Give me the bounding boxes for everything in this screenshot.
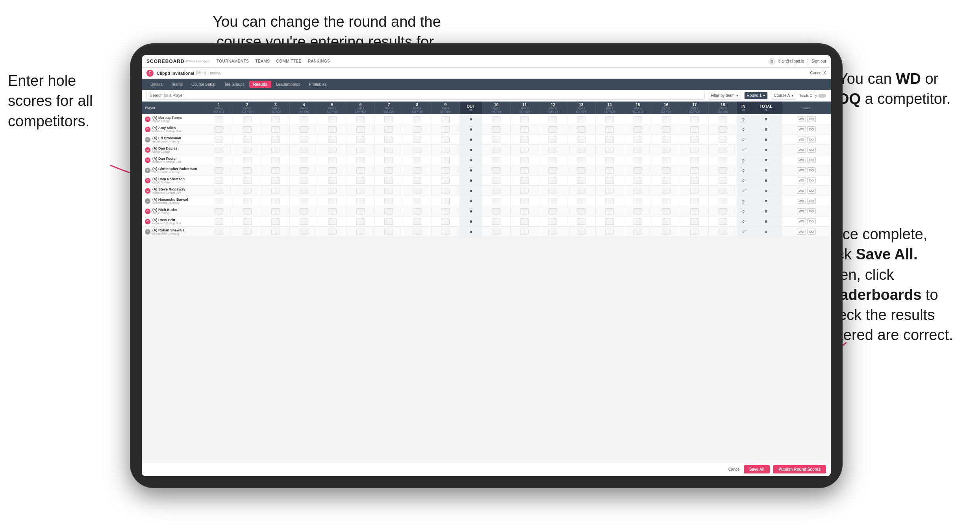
hole-12-score[interactable] (539, 165, 567, 176)
hole-10-score[interactable] (482, 155, 510, 165)
wd-button[interactable]: WD (797, 188, 806, 194)
hole-3-score[interactable] (261, 227, 290, 237)
hole-8-score[interactable] (403, 135, 431, 145)
hole-14-score[interactable] (595, 216, 624, 227)
hole-5-score[interactable] (318, 114, 346, 124)
tab-details[interactable]: Details (146, 81, 167, 88)
hole-6-score[interactable] (346, 135, 375, 145)
dq-button[interactable]: DQ (807, 218, 816, 224)
hole-12-score[interactable] (539, 186, 567, 196)
hole-16-score[interactable] (652, 206, 680, 216)
hole-13-score[interactable] (567, 114, 595, 124)
hole-18-score[interactable] (709, 196, 737, 206)
hole-13-score[interactable] (567, 176, 595, 186)
hole-12-score[interactable] (539, 124, 567, 135)
hole-16-score[interactable] (652, 186, 680, 196)
hole-9-score[interactable] (431, 186, 459, 196)
hole-16-score[interactable] (652, 227, 680, 237)
hole-10-score[interactable] (482, 196, 510, 206)
hole-5-score[interactable] (318, 124, 346, 135)
hole-7-score[interactable] (375, 135, 403, 145)
hole-3-score[interactable] (261, 176, 290, 186)
hole-10-score[interactable] (482, 145, 510, 155)
hole-11-score[interactable] (510, 216, 539, 227)
hole-18-score[interactable] (709, 176, 737, 186)
hole-5-score[interactable] (318, 196, 346, 206)
hole-11-score[interactable] (510, 155, 539, 165)
hole-1-score[interactable] (205, 135, 233, 145)
hole-7-score[interactable] (375, 206, 403, 216)
hole-1-score[interactable] (205, 165, 233, 176)
hole-1-score[interactable] (205, 114, 233, 124)
hole-9-score[interactable] (431, 155, 459, 165)
hole-12-score[interactable] (539, 114, 567, 124)
hole-17-score[interactable] (680, 186, 709, 196)
hole-1-score[interactable] (205, 176, 233, 186)
hole-15-score[interactable] (624, 196, 652, 206)
hole-3-score[interactable] (261, 124, 290, 135)
wd-button[interactable]: WD (797, 208, 806, 214)
hole-1-score[interactable] (205, 206, 233, 216)
hole-14-score[interactable] (595, 135, 624, 145)
filter-team-select[interactable]: Filter by team ▾ (708, 92, 741, 100)
hole-7-score[interactable] (375, 165, 403, 176)
hole-9-score[interactable] (431, 216, 459, 227)
hole-9-score[interactable] (431, 145, 459, 155)
hole-4-score[interactable] (290, 186, 318, 196)
totals-only-toggle[interactable]: Totals Only (799, 94, 826, 98)
tab-teams[interactable]: Teams (167, 81, 187, 88)
hole-15-score[interactable] (624, 155, 652, 165)
hole-18-score[interactable] (709, 114, 737, 124)
tab-printables[interactable]: Printables (305, 81, 330, 88)
hole-14-score[interactable] (595, 145, 624, 155)
hole-14-score[interactable] (595, 196, 624, 206)
hole-9-score[interactable] (431, 176, 459, 186)
wd-button[interactable]: WD (797, 126, 806, 132)
hole-10-score[interactable] (482, 227, 510, 237)
tab-leaderboards[interactable]: Leaderboards (272, 81, 304, 88)
wd-button[interactable]: WD (797, 167, 806, 173)
save-all-button[interactable]: Save All (744, 465, 770, 473)
hole-2-score[interactable] (233, 124, 261, 135)
hole-14-score[interactable] (595, 114, 624, 124)
hole-4-score[interactable] (290, 196, 318, 206)
tab-tee-groups[interactable]: Tee Groups (220, 81, 248, 88)
hole-13-score[interactable] (567, 186, 595, 196)
hole-13-score[interactable] (567, 216, 595, 227)
hole-9-score[interactable] (431, 196, 459, 206)
hole-5-score[interactable] (318, 216, 346, 227)
hole-13-score[interactable] (567, 155, 595, 165)
hole-10-score[interactable] (482, 176, 510, 186)
hole-8-score[interactable] (403, 124, 431, 135)
nav-teams[interactable]: TEAMS (255, 59, 270, 63)
hole-5-score[interactable] (318, 186, 346, 196)
wd-button[interactable]: WD (797, 137, 806, 142)
hole-5-score[interactable] (318, 227, 346, 237)
hole-1-score[interactable] (205, 145, 233, 155)
wd-button[interactable]: WD (797, 229, 806, 235)
hole-3-score[interactable] (261, 135, 290, 145)
hole-14-score[interactable] (595, 124, 624, 135)
hole-13-score[interactable] (567, 196, 595, 206)
hole-4-score[interactable] (290, 145, 318, 155)
hole-18-score[interactable] (709, 155, 737, 165)
hole-14-score[interactable] (595, 176, 624, 186)
hole-16-score[interactable] (652, 216, 680, 227)
nav-committee[interactable]: COMMITTEE (276, 59, 302, 63)
hole-8-score[interactable] (403, 216, 431, 227)
hole-1-score[interactable] (205, 155, 233, 165)
hole-2-score[interactable] (233, 206, 261, 216)
hole-13-score[interactable] (567, 124, 595, 135)
hole-15-score[interactable] (624, 176, 652, 186)
hole-15-score[interactable] (624, 165, 652, 176)
hole-7-score[interactable] (375, 114, 403, 124)
wd-button[interactable]: WD (797, 178, 806, 183)
tab-results[interactable]: Results (249, 81, 271, 88)
hole-13-score[interactable] (567, 206, 595, 216)
nav-rankings[interactable]: RANKINGS (308, 59, 330, 63)
hole-16-score[interactable] (652, 165, 680, 176)
dq-button[interactable]: DQ (807, 157, 816, 163)
hole-7-score[interactable] (375, 216, 403, 227)
dq-button[interactable]: DQ (807, 178, 816, 183)
hole-9-score[interactable] (431, 165, 459, 176)
